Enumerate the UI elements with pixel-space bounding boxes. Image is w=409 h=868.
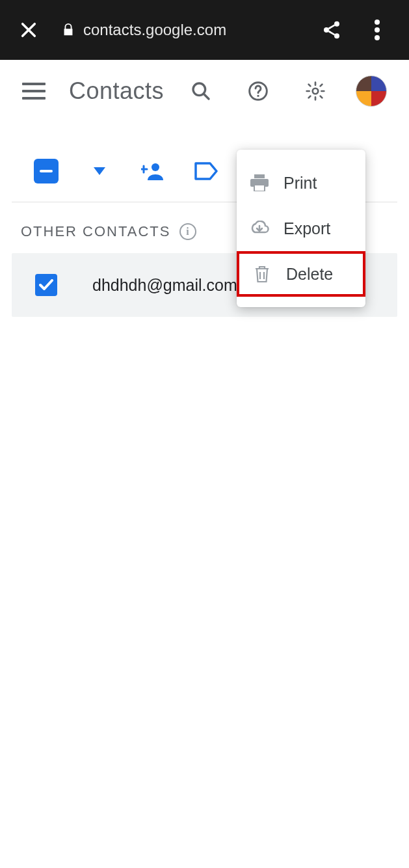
url-text[interactable]: contacts.google.com xyxy=(83,21,226,39)
info-icon[interactable]: i xyxy=(179,223,196,240)
svg-point-10 xyxy=(152,163,159,171)
help-icon[interactable] xyxy=(243,75,274,107)
selection-indeterminate-icon[interactable] xyxy=(34,159,59,183)
delete-icon xyxy=(252,264,272,284)
more-actions-menu: Print Export Delete xyxy=(237,150,365,307)
page-title: Contacts xyxy=(69,77,164,105)
svg-point-4 xyxy=(375,27,380,33)
settings-icon[interactable] xyxy=(300,75,331,107)
app-header: Contacts xyxy=(0,60,409,122)
svg-rect-15 xyxy=(254,174,265,178)
svg-point-5 xyxy=(375,35,380,40)
menu-item-print[interactable]: Print xyxy=(237,160,365,206)
svg-rect-17 xyxy=(254,185,265,191)
add-person-icon[interactable] xyxy=(140,159,165,183)
menu-label: Print xyxy=(284,174,317,193)
export-icon xyxy=(250,219,269,238)
svg-point-9 xyxy=(313,88,319,94)
close-icon[interactable] xyxy=(16,17,42,43)
menu-item-delete[interactable]: Delete xyxy=(237,251,365,297)
selection-dropdown-icon[interactable] xyxy=(87,159,112,183)
menu-label: Delete xyxy=(286,265,333,284)
checkbox-checked-icon[interactable] xyxy=(35,274,57,296)
svg-point-3 xyxy=(375,20,380,25)
svg-point-0 xyxy=(334,21,339,27)
print-icon xyxy=(250,173,269,193)
svg-point-1 xyxy=(324,27,329,33)
section-label: OTHER CONTACTS xyxy=(21,223,170,240)
menu-label: Export xyxy=(284,219,330,238)
search-icon[interactable] xyxy=(185,75,217,107)
share-icon[interactable] xyxy=(315,14,348,46)
svg-point-8 xyxy=(257,95,259,97)
browser-more-icon[interactable] xyxy=(361,14,393,46)
menu-icon[interactable] xyxy=(22,78,48,104)
browser-bar: contacts.google.com xyxy=(0,0,409,60)
label-icon[interactable] xyxy=(194,159,218,183)
avatar[interactable] xyxy=(356,75,387,107)
action-region: OTHER CONTACTS i dhdhdh@gmail.com Print … xyxy=(0,122,409,317)
menu-item-export[interactable]: Export xyxy=(237,206,365,251)
svg-point-2 xyxy=(334,33,339,38)
lock-icon xyxy=(61,22,75,38)
contact-email: dhdhdh@gmail.com xyxy=(92,276,237,295)
